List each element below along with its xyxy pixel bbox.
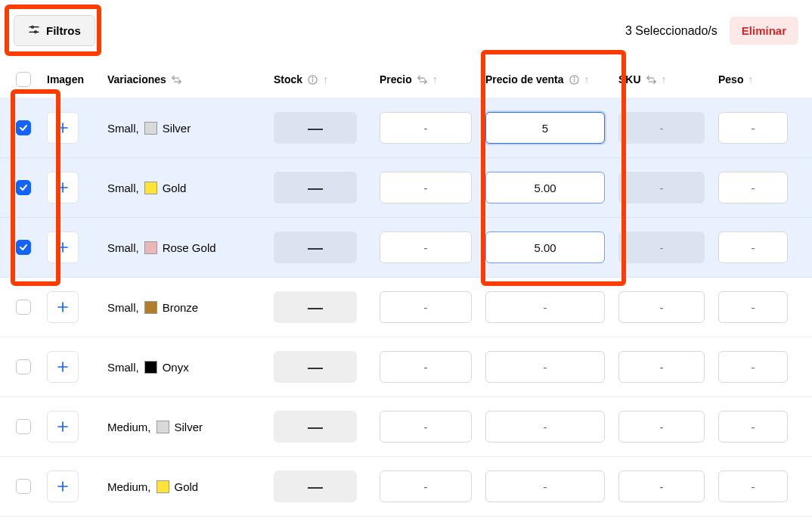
sliders-icon (28, 23, 40, 38)
stock-display[interactable]: — (274, 112, 357, 144)
precio-input[interactable] (380, 112, 472, 144)
peso-input[interactable] (718, 231, 788, 263)
stock-display[interactable]: — (274, 471, 357, 502)
selected-count: 3 Seleccionado/s (625, 24, 717, 38)
sku-input[interactable] (618, 112, 705, 144)
variations-table: Imagen Variaciones Stock ↑ Precio ↑ Prec… (0, 61, 812, 517)
sku-input[interactable] (618, 291, 705, 323)
table-header: Imagen Variaciones Stock ↑ Precio ↑ Prec… (0, 61, 812, 98)
row-checkbox[interactable] (16, 479, 31, 494)
precio-input[interactable] (380, 231, 472, 263)
precio-input[interactable] (380, 471, 472, 502)
table-row: Small,Bronze— (0, 278, 812, 337)
table-row: Small,Rose Gold— (0, 218, 812, 278)
sku-input[interactable] (618, 231, 705, 263)
row-checkbox[interactable] (16, 240, 31, 255)
add-image-button[interactable] (47, 411, 79, 443)
peso-input[interactable] (718, 351, 788, 383)
variation-label: Medium,Silver (107, 421, 274, 433)
stock-display[interactable]: — (274, 291, 357, 323)
add-image-button[interactable] (47, 112, 79, 144)
swap-icon (171, 74, 182, 85)
table-row: Small,Gold— (0, 158, 812, 218)
precio-venta-input[interactable] (485, 471, 605, 502)
color-swatch (144, 241, 157, 254)
color-swatch (157, 421, 169, 433)
table-row: Medium,Silver— (0, 397, 812, 457)
sku-input[interactable] (618, 471, 705, 502)
row-checkbox[interactable] (16, 359, 31, 374)
col-peso[interactable]: Peso ↑ (718, 73, 801, 85)
swap-icon (646, 74, 657, 85)
col-imagen: Imagen (47, 73, 107, 85)
col-sku[interactable]: SKU ↑ (618, 73, 718, 85)
svg-point-6 (312, 76, 313, 77)
peso-input[interactable] (718, 172, 788, 203)
add-image-button[interactable] (47, 291, 79, 323)
swap-icon (417, 74, 428, 85)
color-swatch (144, 361, 157, 374)
peso-input[interactable] (718, 471, 788, 502)
svg-point-1 (32, 26, 34, 28)
table-row: Small,Onyx— (0, 337, 812, 397)
sku-input[interactable] (618, 172, 705, 203)
filters-label: Filtros (46, 24, 81, 37)
precio-venta-input[interactable] (485, 411, 605, 443)
add-image-button[interactable] (47, 172, 79, 203)
row-checkbox[interactable] (16, 300, 31, 315)
color-swatch (144, 182, 157, 194)
peso-input[interactable] (718, 291, 788, 323)
stock-display[interactable]: — (274, 411, 357, 443)
precio-input[interactable] (380, 411, 472, 443)
precio-input[interactable] (380, 291, 472, 323)
delete-button[interactable]: Eliminar (730, 17, 798, 45)
sort-icon: ↑ (432, 73, 438, 85)
col-variaciones[interactable]: Variaciones (107, 73, 274, 85)
toolbar: Filtros 3 Seleccionado/s Eliminar (0, 0, 812, 61)
sort-icon: ↑ (662, 73, 667, 85)
sku-input[interactable] (618, 351, 705, 383)
precio-venta-input[interactable] (485, 112, 605, 144)
precio-venta-input[interactable] (485, 351, 605, 383)
row-checkbox[interactable] (16, 180, 31, 195)
info-icon (307, 74, 318, 85)
svg-point-3 (35, 31, 37, 33)
table-row: Medium,Gold— (0, 457, 812, 517)
precio-venta-input[interactable] (485, 172, 605, 203)
stock-display[interactable]: — (274, 172, 357, 203)
col-precio-venta[interactable]: Precio de venta ↑ (485, 73, 618, 85)
precio-venta-input[interactable] (485, 231, 605, 263)
select-all-checkbox[interactable] (16, 72, 31, 87)
filters-button[interactable]: Filtros (14, 15, 95, 46)
peso-input[interactable] (718, 411, 788, 443)
add-image-button[interactable] (47, 471, 79, 502)
variation-label: Small,Onyx (107, 361, 274, 374)
variation-label: Small,Gold (107, 182, 274, 194)
precio-input[interactable] (380, 172, 472, 203)
table-row: Small,Silver— (0, 98, 812, 158)
stock-display[interactable]: — (274, 351, 357, 383)
variation-label: Small,Silver (107, 122, 274, 135)
precio-venta-input[interactable] (485, 291, 605, 323)
sort-icon: ↑ (748, 73, 753, 85)
variation-label: Medium,Gold (107, 480, 274, 493)
add-image-button[interactable] (47, 351, 79, 383)
variation-label: Small,Rose Gold (107, 241, 274, 254)
info-icon (569, 74, 580, 85)
sort-icon: ↑ (584, 73, 590, 85)
stock-display[interactable]: — (274, 231, 357, 263)
svg-point-9 (574, 76, 575, 77)
color-swatch (144, 122, 157, 135)
sort-icon: ↑ (323, 73, 328, 85)
peso-input[interactable] (718, 112, 788, 144)
color-swatch (144, 301, 157, 314)
col-stock[interactable]: Stock ↑ (274, 73, 380, 85)
row-checkbox[interactable] (16, 419, 31, 434)
sku-input[interactable] (618, 411, 705, 443)
row-checkbox[interactable] (16, 120, 31, 135)
precio-input[interactable] (380, 351, 472, 383)
variation-label: Small,Bronze (107, 301, 274, 314)
color-swatch (157, 480, 169, 493)
add-image-button[interactable] (47, 231, 79, 263)
col-precio[interactable]: Precio ↑ (380, 73, 485, 85)
